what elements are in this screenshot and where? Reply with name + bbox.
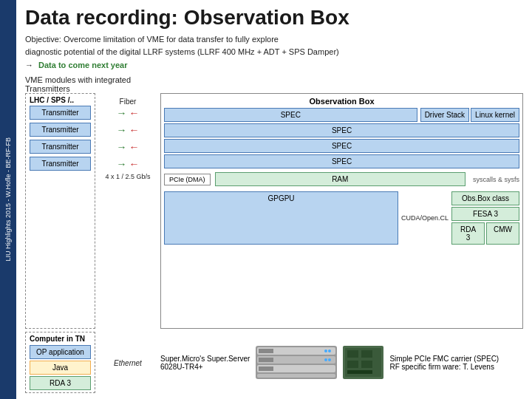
arrow-right-2: →	[117, 124, 127, 136]
objective-cta-line: → Data to come next year	[25, 60, 523, 71]
svg-rect-2	[259, 349, 273, 353]
svg-rect-15	[361, 350, 372, 358]
sidebar: LIU Highlights 2015 - W.Hofle - BE-RF-FB	[0, 0, 16, 399]
ram-box: RAM	[215, 172, 466, 186]
svg-rect-17	[361, 361, 372, 368]
fmc-info-line1: Simple PCIe FMC carrier (SPEC)	[389, 355, 499, 363]
transmitter-2: Transmitter	[30, 123, 91, 137]
pcie-row: PCIe (DMA) RAM syscalls & sysfs	[164, 172, 519, 186]
spec-row-4: SPEC	[164, 154, 519, 168]
rda3-box: RDA 3	[451, 222, 485, 245]
spec-row-1: SPEC Driver Stack Linux kernel	[164, 108, 519, 122]
bottom-area: Computer in TN OP application Java RDA 3…	[25, 332, 523, 393]
objective-line1: Objective: Overcome limitation of VME fo…	[25, 34, 523, 45]
cuda-label: CUDA/Open.CL	[401, 214, 449, 222]
obj-line2-text: diagnostic potential of the digital LLRF…	[25, 47, 339, 56]
spec-3: SPEC	[164, 139, 519, 153]
lhc-group: LHC / SPS /.. Transmitter Transmitter Tr…	[25, 93, 95, 329]
svg-rect-14	[347, 350, 358, 358]
svg-rect-16	[347, 361, 358, 368]
server-image	[256, 346, 337, 379]
transmitter-3: Transmitter	[30, 140, 91, 154]
ethernet-area: Ethernet	[98, 332, 157, 393]
arrow-symbol: →	[25, 61, 33, 69]
speed-label: 4 x 1 / 2.5 Gb/s	[105, 173, 150, 180]
obs-class-box: Obs.Box class	[451, 191, 519, 205]
arrow-pair-1: → ←	[117, 107, 140, 119]
right-boxes: Obs.Box class FESA 3 RDA 3 CMW	[451, 191, 519, 245]
lhc-title: LHC / SPS /..	[30, 96, 91, 104]
page-title: Data recording: Observation Box	[25, 6, 523, 30]
obs-title: Observation Box	[164, 97, 519, 106]
cta-text: Data to come next year	[38, 61, 127, 69]
ethernet-label: Ethernet	[114, 359, 142, 367]
arrow-left-3: ←	[129, 141, 140, 153]
page-wrapper: LIU Highlights 2015 - W.Hofle - BE-RF-FB…	[0, 0, 532, 399]
transmitter-1: Transmitter	[30, 106, 91, 120]
svg-rect-7	[257, 374, 335, 378]
fmc-info: Simple PCIe FMC carrier (SPEC) RF specif…	[389, 355, 499, 371]
objective-line2: diagnostic potential of the digital LLRF…	[25, 47, 523, 58]
fiber-arrows-area: Fiber → ← → ← → ← →	[98, 93, 157, 329]
spec-rows: SPEC Driver Stack Linux kernel SPEC SPEC…	[164, 108, 519, 168]
svg-point-9	[328, 349, 331, 352]
observation-box: Observation Box SPEC Driver Stack Linux …	[160, 93, 523, 329]
linux-kernel-box: Linux kernel	[471, 108, 519, 122]
server-model: 6028U-TR4+	[160, 363, 250, 371]
arrow-pair-2: → ←	[117, 124, 140, 136]
svg-point-10	[324, 358, 327, 361]
svg-rect-4	[259, 358, 273, 362]
arrow-pair-4: → ←	[117, 158, 140, 170]
cmw-box: CMW	[486, 222, 519, 245]
arrow-right-4: →	[117, 158, 127, 170]
transmitter-4: Transmitter	[30, 157, 91, 171]
fesa3-box: FESA 3	[451, 207, 519, 221]
spec-row-2: SPEC	[164, 123, 519, 137]
spec-row-3: SPEC	[164, 139, 519, 153]
spec-1: SPEC	[164, 108, 417, 122]
server-name: Super.Micro's Super.Server	[160, 355, 250, 363]
server-section: Super.Micro's Super.Server 6028U-TR4+	[160, 332, 523, 393]
fmc-image	[343, 346, 383, 379]
spec-4: SPEC	[164, 154, 519, 168]
lower-row: GPGPU CUDA/Open.CL Obs.Box class FESA 3 …	[164, 191, 519, 245]
fmc-info-line2: RF specific firm ware: T. Levens	[389, 363, 499, 371]
arrows-container: → ← → ← → ← → ←	[117, 107, 140, 170]
arrow-right-3: →	[117, 141, 127, 153]
syscalls-label: syscalls & sysfs	[473, 176, 519, 183]
computer-tn-title: Computer in TN	[30, 335, 91, 343]
svg-rect-18	[347, 370, 372, 374]
driver-kernel-group: Driver Stack Linux kernel	[420, 108, 519, 122]
rda-cmw-row: RDA 3 CMW	[451, 222, 519, 245]
svg-point-11	[328, 358, 331, 361]
rda3-tn-box: RDA 3	[30, 376, 91, 390]
fiber-label: Fiber	[120, 98, 137, 106]
op-app-box: OP application	[30, 345, 91, 359]
main-content: Data recording: Observation Box Objectiv…	[16, 0, 532, 399]
diagram: LHC / SPS /.. Transmitter Transmitter Tr…	[25, 93, 523, 329]
spec-2: SPEC	[164, 123, 519, 137]
pcie-dma-box: PCIe (DMA)	[164, 174, 211, 185]
svg-rect-6	[259, 366, 273, 371]
driver-stack-box: Driver Stack	[420, 108, 469, 122]
arrow-left-1: ←	[129, 107, 140, 119]
arrow-pair-3: → ←	[117, 141, 140, 153]
java-box: Java	[30, 361, 91, 375]
vme-label: VME modules with integrated Transmitters	[25, 75, 523, 93]
arrow-left-4: ←	[129, 158, 140, 170]
sidebar-label: LIU Highlights 2015 - W.Hofle - BE-RF-FB	[4, 137, 12, 262]
gpgpu-box: GPGPU	[164, 191, 398, 245]
computer-tn: Computer in TN OP application Java RDA 3	[25, 332, 95, 393]
server-info: Super.Micro's Super.Server 6028U-TR4+	[160, 355, 250, 371]
arrow-left-2: ←	[129, 124, 140, 136]
svg-point-8	[324, 349, 327, 352]
arrow-right-1: →	[117, 107, 127, 119]
